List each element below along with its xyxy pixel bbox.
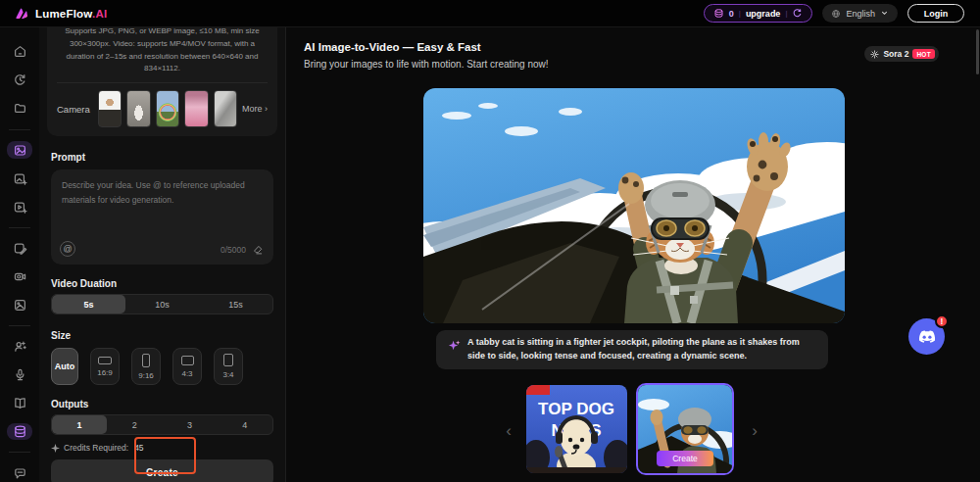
portrait-ratio-icon: [223, 354, 233, 366]
panel-divider: [285, 27, 286, 482]
chevron-down-icon: [880, 9, 889, 18]
hero-preview-image: [423, 88, 845, 323]
hot-tag: HOT: [912, 49, 935, 59]
voice-icon[interactable]: [7, 366, 32, 384]
refresh-icon[interactable]: [792, 8, 803, 19]
sora-model-icon: [870, 50, 879, 59]
pill-separator: |: [739, 9, 741, 18]
carousel-next-button[interactable]: ›: [747, 421, 762, 441]
credits-count: 0: [729, 9, 734, 19]
image-plus-icon[interactable]: [7, 169, 32, 187]
ai-character-icon[interactable]: [7, 338, 32, 356]
size-option-auto[interactable]: Auto: [51, 348, 78, 385]
size-option-9-16[interactable]: 9:16: [131, 348, 161, 385]
landscape-ratio-icon: [98, 357, 112, 364]
size-options-row: Auto 16:9 9:16 4:3 3:4: [51, 348, 273, 385]
projects-icon[interactable]: [7, 100, 32, 118]
duration-option-10s[interactable]: 10s: [125, 295, 199, 313]
top-bar: LumeFlow.AI 0 | upgrade | English: [0, 0, 980, 27]
icon-rail: [0, 27, 39, 482]
globe-icon: [831, 9, 841, 19]
image-edit-icon[interactable]: [7, 240, 32, 258]
prompt-caption-box: A tabby cat is sitting in a fighter jet …: [436, 330, 828, 369]
camera-thumbnail[interactable]: [126, 90, 150, 127]
camera-label: Camera: [57, 104, 90, 115]
rail-divider: [9, 452, 30, 453]
camera-thumbnail[interactable]: [184, 90, 208, 127]
notification-badge: !: [935, 314, 949, 328]
duration-option-15s[interactable]: 15s: [199, 295, 272, 313]
carousel-prev-button[interactable]: ‹: [501, 421, 516, 441]
credits-pill[interactable]: 0 | upgrade |: [704, 4, 813, 23]
assets-database-icon[interactable]: [7, 423, 32, 441]
landscape-ratio-icon: [181, 356, 194, 365]
scrollbar-thumb[interactable]: [976, 29, 979, 74]
size-option-3-4[interactable]: 3:4: [214, 348, 243, 385]
login-button[interactable]: Login: [907, 4, 964, 23]
credits-required-label: Credits Required:: [64, 443, 128, 453]
main-content: AI Image-to-Video — Easy & Fast Bring yo…: [286, 27, 980, 482]
model-badge-label: Sora 2: [883, 49, 908, 59]
outputs-option-1[interactable]: 1: [52, 415, 107, 434]
credits-required-row: Credits Required: 45: [51, 443, 273, 453]
outputs-heading: Outputs: [51, 399, 273, 410]
upload-requirements-text: Supports JPG, PNG, or WEBP image, ≤10 MB…: [47, 27, 277, 82]
generation-settings-panel: Supports JPG, PNG, or WEBP image, ≤10 MB…: [39, 27, 285, 482]
portrait-ratio-icon: [142, 354, 150, 367]
outputs-segmented-control: 1 2 3 4: [51, 414, 273, 435]
more-link[interactable]: More ›: [242, 104, 268, 114]
video-camera-icon[interactable]: [7, 268, 32, 286]
carousel-thumbnail-cat-pilot-selected[interactable]: Create: [636, 383, 734, 475]
duration-segmented-control: 5s 10s 15s: [51, 294, 273, 314]
history-icon[interactable]: [7, 72, 32, 89]
credits-required-value: 45: [134, 443, 143, 453]
size-option-4-3[interactable]: 4:3: [172, 348, 202, 385]
sparkle-icon: [51, 444, 60, 453]
caption-text: A tabby cat is sitting in a fighter jet …: [467, 336, 816, 363]
eraser-icon[interactable]: [252, 244, 264, 256]
language-dropdown[interactable]: English: [822, 4, 898, 23]
login-label: Login: [924, 9, 949, 19]
cat-pilot-illustration: [423, 88, 845, 323]
image-frame-icon[interactable]: [7, 296, 32, 313]
char-counter: 0/5000: [220, 245, 246, 255]
rail-divider: [9, 325, 30, 326]
page-subtitle: Bring your images to life with motion. S…: [304, 59, 549, 70]
upgrade-button[interactable]: upgrade: [746, 9, 781, 19]
discord-button[interactable]: !: [908, 318, 945, 355]
size-option-16-9[interactable]: 16:9: [90, 348, 120, 385]
video-plus-icon[interactable]: [7, 198, 32, 216]
outputs-option-2[interactable]: 2: [107, 415, 162, 434]
camera-thumbnail[interactable]: [214, 90, 237, 127]
outputs-option-4[interactable]: 4: [218, 415, 272, 434]
rail-divider: [9, 129, 30, 130]
prompt-box: @ 0/5000: [51, 169, 273, 265]
language-label: English: [846, 9, 875, 19]
support-chat-icon[interactable]: [7, 464, 32, 482]
logo-icon: [14, 6, 29, 22]
size-heading: Size: [51, 330, 273, 341]
model-badge[interactable]: Sora 2 HOT: [864, 46, 939, 62]
discord-icon: [916, 326, 937, 347]
library-icon[interactable]: [7, 395, 32, 412]
duration-option-5s[interactable]: 5s: [52, 295, 125, 313]
create-button[interactable]: Create: [51, 459, 273, 482]
thumbnail-create-button[interactable]: Create: [657, 451, 713, 466]
logo[interactable]: LumeFlow.AI: [0, 6, 107, 22]
mention-button[interactable]: @: [60, 241, 75, 257]
camera-thumbnail[interactable]: [98, 90, 122, 127]
upload-info-card: Supports JPG, PNG, or WEBP image, ≤10 MB…: [47, 27, 277, 136]
camera-thumbnail[interactable]: [156, 90, 179, 127]
page-title: AI Image-to-Video — Easy & Fast: [304, 41, 481, 53]
sparkle-icon: [448, 339, 461, 352]
app-title: LumeFlow.AI: [35, 8, 107, 20]
image-generator-icon[interactable]: [7, 141, 32, 159]
app-window: LumeFlow.AI 0 | upgrade | English: [0, 0, 980, 482]
rail-divider: [9, 227, 30, 228]
coin-stack-icon: [713, 8, 724, 19]
pill-separator: |: [785, 9, 787, 18]
carousel-thumbnail-dog-news[interactable]: TOP DOG NEWS: [526, 385, 627, 473]
home-icon[interactable]: [7, 43, 32, 61]
prompt-input[interactable]: [51, 169, 273, 230]
outputs-option-3[interactable]: 3: [163, 415, 218, 434]
